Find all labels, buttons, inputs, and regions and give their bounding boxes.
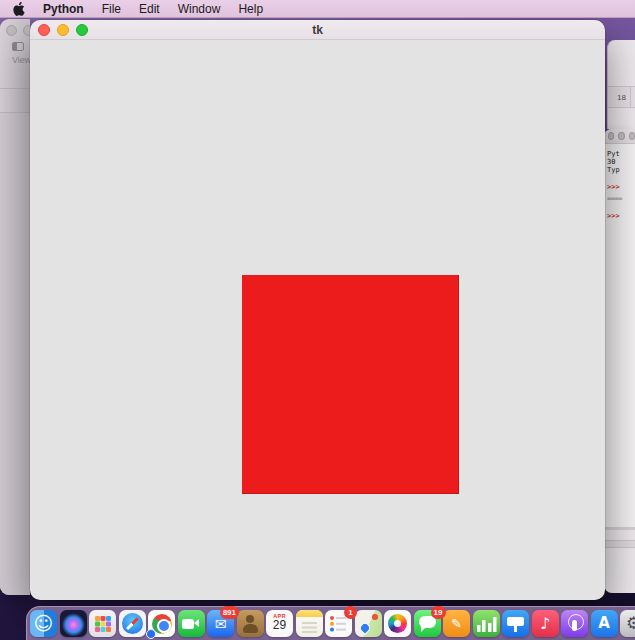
shell-inactive-zoom-button[interactable]	[629, 132, 635, 140]
dock-item-siri[interactable]	[60, 610, 87, 637]
dock-item-reminders[interactable]: 1	[325, 610, 352, 637]
dock-item-podcasts[interactable]	[561, 610, 588, 637]
left-toolbar-label: View	[12, 55, 30, 65]
window-title: tk	[30, 23, 605, 37]
dock-item-messages[interactable]: 19	[414, 610, 441, 637]
menu-file[interactable]: File	[102, 2, 121, 16]
dock: ☺891✉APR29119✎♪A⚙	[26, 606, 635, 640]
dock-item-maps[interactable]	[355, 610, 382, 637]
settings-glyph: ⚙	[626, 615, 635, 632]
shell-line: 30	[607, 158, 635, 166]
contacts-icon	[237, 610, 264, 637]
inactive-close-button[interactable]	[6, 25, 17, 36]
dock-item-contacts[interactable]	[237, 610, 264, 637]
shell-inactive-close-button[interactable]	[608, 132, 614, 140]
left-window-content	[0, 112, 30, 595]
messages-notification-badge: 19	[431, 606, 446, 619]
maps-icon	[355, 610, 382, 637]
shell-titlebar[interactable]	[604, 129, 635, 144]
tk-titlebar[interactable]: tk	[30, 20, 605, 40]
minimize-button[interactable]	[57, 24, 69, 36]
tk-canvas	[30, 40, 605, 600]
appstore-glyph: A	[598, 616, 610, 631]
editor-ruler: 18	[608, 86, 635, 108]
menu-edit[interactable]: Edit	[139, 2, 160, 16]
photos-icon	[384, 610, 411, 637]
safari-icon	[119, 610, 146, 637]
launchpad-icon	[89, 610, 116, 637]
background-window-left[interactable]: View	[0, 19, 30, 595]
settings-icon: ⚙	[620, 610, 635, 637]
pages-icon: ✎	[443, 610, 470, 637]
dock-item-keynote[interactable]	[502, 610, 529, 637]
dock-item-music[interactable]: ♪	[532, 610, 559, 637]
dock-item-numbers[interactable]	[473, 610, 500, 637]
shell-prompt: >>>	[607, 183, 635, 191]
dock-item-appstore[interactable]: A	[591, 610, 618, 637]
tk-traffic-lights	[38, 24, 88, 36]
left-window-divider	[0, 88, 30, 89]
calendar-icon: APR29	[266, 610, 293, 637]
dock-item-finder[interactable]: ☺	[30, 610, 57, 637]
tk-window: tk	[30, 20, 605, 600]
close-button[interactable]	[38, 24, 50, 36]
zoom-button[interactable]	[76, 24, 88, 36]
shell-inactive-minimize-button[interactable]	[618, 132, 624, 140]
numbers-icon	[473, 610, 500, 637]
shell-restart-line: ====	[607, 195, 635, 203]
music-icon: ♪	[532, 610, 559, 637]
dock-item-notes[interactable]	[296, 610, 323, 637]
appstore-icon: A	[591, 610, 618, 637]
siri-icon	[60, 610, 87, 637]
reminders-notification-badge: 1	[344, 606, 357, 619]
notes-icon	[296, 610, 323, 637]
background-window-editor[interactable]: 18	[607, 40, 635, 129]
dock-item-settings[interactable]: ⚙	[620, 610, 635, 637]
mail-notification-badge: 891	[220, 606, 239, 619]
dock-item-pages[interactable]: ✎	[443, 610, 470, 637]
apple-logo-icon[interactable]	[13, 2, 25, 16]
left-window-traffic-lights	[6, 25, 30, 36]
background-window-lower-right	[604, 527, 635, 593]
dock-item-safari[interactable]	[119, 610, 146, 637]
dock-item-chrome[interactable]	[148, 610, 175, 637]
dock-item-mail[interactable]: 891✉	[207, 610, 234, 637]
facetime-icon	[178, 610, 205, 637]
background-window-python-shell[interactable]: Pyt 30 Typ >>> ==== >>>	[604, 129, 635, 532]
finder-glyph: ☺	[34, 614, 54, 633]
dock-item-launchpad[interactable]	[89, 610, 116, 637]
lower-window-band	[604, 540, 635, 548]
finder-icon: ☺	[30, 610, 57, 637]
shell-line: Typ	[607, 166, 635, 174]
dock-item-photos[interactable]	[384, 610, 411, 637]
dock-item-facetime[interactable]	[178, 610, 205, 637]
canvas-red-rectangle	[242, 275, 459, 494]
chrome-status-dot	[146, 629, 156, 639]
pages-glyph: ✎	[451, 617, 462, 630]
sidebar-toggle-icon[interactable]	[12, 42, 24, 51]
editor-ruler-divider	[630, 87, 631, 107]
menu-app-python[interactable]: Python	[43, 2, 84, 16]
keynote-icon	[502, 610, 529, 637]
menu-window[interactable]: Window	[178, 2, 221, 16]
editor-ruler-label: 18	[617, 93, 626, 102]
podcasts-icon	[561, 610, 588, 637]
calendar-day-label: 29	[266, 618, 293, 632]
shell-output: Pyt 30 Typ >>> ==== >>>	[604, 144, 635, 220]
music-glyph: ♪	[540, 616, 550, 632]
menu-bar: Python File Edit Window Help	[0, 0, 635, 18]
shell-line: Pyt	[607, 150, 635, 158]
inactive-minimize-button[interactable]	[23, 25, 30, 36]
dock-item-calendar[interactable]: APR29	[266, 610, 293, 637]
menu-help[interactable]: Help	[238, 2, 263, 16]
shell-prompt: >>>	[607, 212, 635, 220]
